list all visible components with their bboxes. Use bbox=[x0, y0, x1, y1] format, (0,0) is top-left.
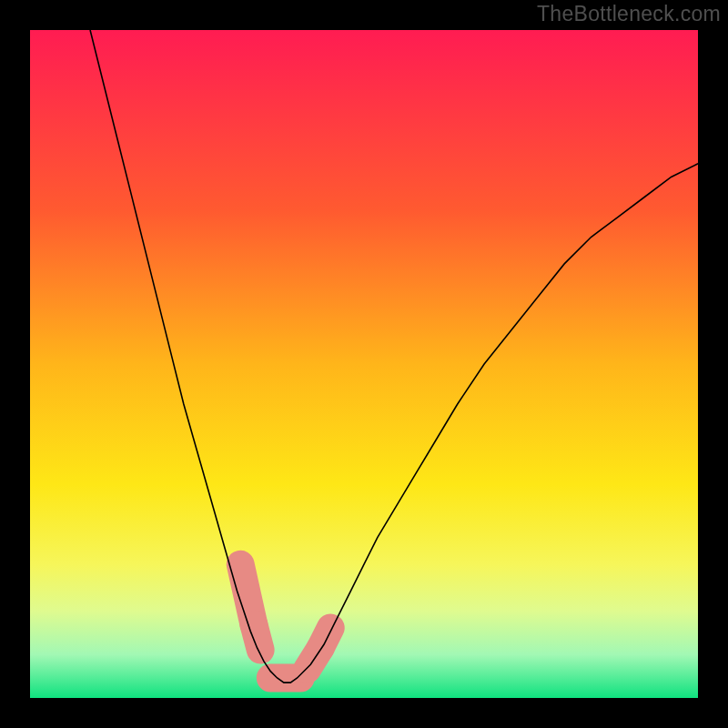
plot-svg bbox=[30, 30, 698, 698]
gradient-background bbox=[30, 30, 698, 698]
plot-area bbox=[30, 30, 698, 698]
chart-root: TheBottleneck.com bbox=[0, 0, 728, 728]
watermark-text: TheBottleneck.com bbox=[537, 2, 721, 26]
highlight-segment bbox=[320, 628, 330, 648]
